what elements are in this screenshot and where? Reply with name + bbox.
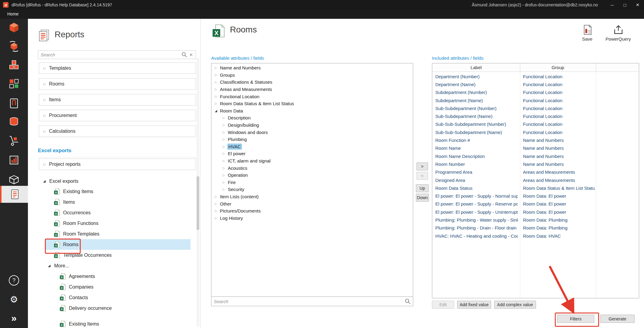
section-project-reports[interactable]: ▷ Project reports bbox=[39, 159, 196, 170]
collapse-triangle-icon[interactable]: ▷ bbox=[215, 209, 220, 213]
attribute-node-description[interactable]: ▷Description bbox=[211, 114, 413, 122]
attribute-node-areas-and-measurements[interactable]: ▷Areas and Measurements bbox=[211, 86, 413, 93]
collapse-triangle-icon[interactable]: ▷ bbox=[215, 202, 220, 206]
column-header-label[interactable]: Label bbox=[432, 63, 520, 72]
attribute-node-log-history[interactable]: ▷Log History bbox=[211, 214, 413, 222]
collapse-triangle-icon[interactable]: ▷ bbox=[223, 181, 228, 184]
export-item-template-occurrences[interactable]: XTemplate Occurrences bbox=[46, 250, 191, 260]
component-grid-icon[interactable] bbox=[0, 76, 28, 92]
report-document-icon[interactable] bbox=[0, 186, 28, 203]
remove-attribute-button[interactable]: < bbox=[416, 172, 428, 180]
collapse-triangle-icon[interactable]: ▷ bbox=[215, 88, 220, 91]
edit-button[interactable]: Edit bbox=[432, 301, 454, 309]
included-attribute-row[interactable]: Sub-Subdepartment (Number)Functional Loc… bbox=[432, 104, 639, 112]
close-icon[interactable]: × bbox=[631, 0, 644, 10]
generate-button[interactable]: Generate bbox=[600, 315, 635, 323]
included-attribute-row[interactable]: Room Function #Name and Numbers bbox=[432, 136, 639, 144]
scrollbar-thumb[interactable] bbox=[197, 176, 199, 230]
export-item-existing-items[interactable]: XExisting Items bbox=[51, 319, 185, 328]
attachment-icon[interactable] bbox=[0, 95, 28, 111]
section-rooms[interactable]: ▷Rooms bbox=[39, 78, 196, 90]
coins-icon[interactable] bbox=[0, 114, 28, 130]
add-fixed-value-button[interactable]: Add fixed value bbox=[457, 301, 491, 309]
save-button[interactable]: Save bbox=[577, 24, 598, 42]
sync-cube-icon[interactable] bbox=[0, 38, 28, 54]
collapse-triangle-icon[interactable]: ▷ bbox=[223, 159, 228, 162]
building-chart-icon[interactable] bbox=[0, 152, 28, 168]
expand-triangle-icon[interactable]: ◢ bbox=[215, 109, 220, 112]
export-item-existing-items[interactable]: XExisting Items bbox=[46, 186, 191, 197]
attribute-node-fire[interactable]: ▷Fire bbox=[211, 179, 413, 186]
included-attribute-row[interactable]: Designed AreaAreas and Measurements bbox=[432, 176, 639, 184]
collapse-triangle-icon[interactable]: ▷ bbox=[215, 66, 220, 69]
included-attribute-row[interactable]: Sub-Subdepartment (Name)Functional Locat… bbox=[432, 112, 639, 120]
export-item-occurrences[interactable]: XOccurrences bbox=[46, 207, 191, 218]
export-item-room-templates[interactable]: XRoom Templates bbox=[46, 229, 191, 239]
included-attribute-row[interactable]: HVAC: HVAC - Heating and cooling - CooRo… bbox=[432, 232, 639, 240]
export-item-companies[interactable]: XCompanies bbox=[51, 282, 185, 292]
section-templates[interactable]: ▷Templates bbox=[39, 62, 196, 74]
included-attribute-row[interactable]: El power: El power - Supply - Uninterrup… bbox=[432, 208, 639, 216]
attribute-node-acoustics[interactable]: ▷Acoustics bbox=[211, 164, 413, 172]
settings-gear-icon[interactable]: ⚙ bbox=[0, 293, 28, 306]
included-attribute-row[interactable]: Plumbing: Plumbing - Water supply - Sink… bbox=[432, 216, 639, 224]
collapse-triangle-icon[interactable]: ▷ bbox=[215, 80, 220, 84]
collapse-chevrons-icon[interactable]: » bbox=[0, 311, 28, 325]
attribute-node-operation[interactable]: ▷Operation bbox=[211, 172, 413, 179]
collapse-triangle-icon[interactable]: ▷ bbox=[223, 116, 228, 119]
add-attribute-button[interactable]: > bbox=[416, 162, 428, 170]
collapse-triangle-icon[interactable]: ▷ bbox=[215, 73, 220, 77]
collapse-triangle-icon[interactable]: ▷ bbox=[223, 173, 228, 177]
move-down-button[interactable]: Down bbox=[416, 194, 429, 202]
collapse-triangle-icon[interactable]: ▷ bbox=[223, 131, 228, 134]
export-item-rooms[interactable]: XRooms bbox=[46, 239, 191, 250]
tab-home[interactable]: Home bbox=[7, 12, 19, 16]
attribute-node-name-and-numbers[interactable]: ▷Name and Numbers bbox=[211, 64, 413, 72]
included-attribute-row[interactable]: Room Data StatusRoom Data Status & Item … bbox=[432, 184, 639, 192]
section-procurement[interactable]: ▷Procurement bbox=[39, 110, 196, 121]
included-attribute-row[interactable]: Sub-Sub-Subdepartment (Number)Functional… bbox=[432, 120, 639, 128]
collapse-triangle-icon[interactable]: ▷ bbox=[223, 166, 228, 170]
attribute-node-security[interactable]: ▷Security bbox=[211, 186, 413, 193]
expand-triangle-icon[interactable]: ◢ bbox=[43, 179, 46, 183]
included-attribute-row[interactable]: Department (Name)Functional Location bbox=[432, 80, 639, 88]
stacked-boxes-icon[interactable] bbox=[0, 57, 28, 73]
help-icon[interactable]: ? bbox=[0, 274, 28, 287]
expand-triangle-icon[interactable]: ◢ bbox=[48, 264, 50, 268]
cube-icon[interactable] bbox=[0, 20, 28, 35]
attribute-node-groups[interactable]: ▷Groups bbox=[211, 72, 413, 79]
included-attribute-row[interactable]: Department (Number)Functional Location bbox=[432, 72, 639, 80]
maximize-icon[interactable]: □ bbox=[619, 0, 631, 10]
add-complex-value-button[interactable]: Add complex value bbox=[494, 301, 536, 309]
attributes-search[interactable] bbox=[211, 296, 413, 306]
reports-search[interactable]: ✕ bbox=[38, 50, 196, 59]
attribute-node-item-lists-content[interactable]: ▷Item Lists (content) bbox=[211, 193, 413, 200]
tree-node-more[interactable]: ◢ More... bbox=[28, 260, 200, 271]
collapse-triangle-icon[interactable]: ▷ bbox=[223, 138, 228, 141]
powerquery-button[interactable]: PowerQuery bbox=[605, 24, 632, 42]
attribute-node-ict-alarm-and-signal[interactable]: ▷ICT, alarm and signal bbox=[211, 157, 413, 165]
attribute-node-el-power[interactable]: ▷El power bbox=[211, 150, 413, 157]
collapse-triangle-icon[interactable]: ▷ bbox=[215, 195, 220, 198]
attribute-node-hvac[interactable]: ▷HVAC bbox=[211, 143, 413, 150]
included-attribute-row[interactable]: Room NameName and Numbers bbox=[432, 144, 639, 152]
included-attribute-row[interactable]: Room NumberName and Numbers bbox=[432, 160, 639, 168]
export-item-room-functions[interactable]: XRoom Functions bbox=[46, 218, 191, 229]
column-header-group[interactable]: Group bbox=[520, 63, 596, 72]
attribute-node-plumbing[interactable]: ▷Plumbing bbox=[211, 136, 413, 143]
included-attribute-row[interactable]: Sub-Sub-Subdepartment (Name)Functional L… bbox=[432, 128, 639, 136]
included-attribute-row[interactable]: El power: El power - Supply - Reserve po… bbox=[432, 200, 639, 208]
section-calculations[interactable]: ▷Calculations bbox=[39, 126, 196, 137]
section-items[interactable]: ▷Items bbox=[39, 94, 196, 105]
trolley-icon[interactable] bbox=[0, 133, 28, 149]
attribute-node-pictures-documents[interactable]: ▷Pictures/Documents bbox=[211, 207, 413, 215]
collapse-triangle-icon[interactable]: ▷ bbox=[223, 152, 228, 155]
minimize-icon[interactable]: ─ bbox=[606, 0, 619, 10]
collapse-triangle-icon[interactable]: ▷ bbox=[215, 216, 220, 220]
attribute-node-windows-and-doors[interactable]: ▷Windows and doors bbox=[211, 129, 413, 136]
attribute-node-room-data-status-item-list-status[interactable]: ▷Room Data Status & Item List Status bbox=[211, 100, 413, 107]
tree-node-excel-exports[interactable]: ◢ Excel exports bbox=[28, 176, 200, 186]
export-item-delivery-occurrence[interactable]: XDelivery occurrence bbox=[51, 303, 185, 313]
export-item-agreements[interactable]: XAgreements bbox=[51, 271, 185, 282]
collapse-triangle-icon[interactable]: ▷ bbox=[223, 188, 228, 191]
